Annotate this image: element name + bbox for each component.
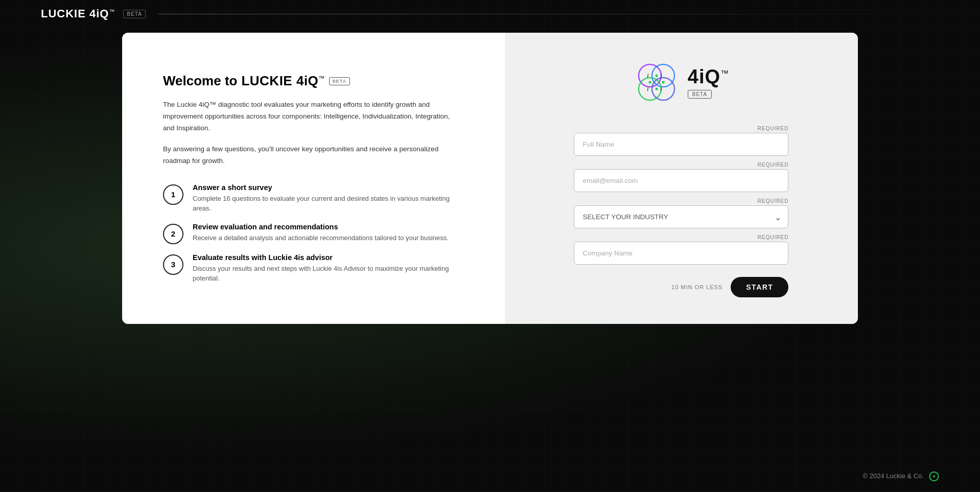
step-number: 3 [163,254,183,275]
footer-copyright: © 2024 Luckie & Co. [863,472,924,480]
svg-text:i: i [647,86,648,92]
intro-text-2: By answering a few questions, you'll unc… [163,144,459,167]
full-name-field-wrapper: REQUIRED [574,126,788,156]
step-title: Answer a short survey [193,183,458,192]
brand-circles-logo: i i i i [634,59,680,105]
svg-text:i: i [647,73,648,79]
time-estimate-label: 10 MIN OR LESS [671,284,722,290]
email-required-label: REQUIRED [574,162,788,168]
step-title: Evaluate results with Luckie 4is advisor [193,253,458,262]
svg-point-6 [662,81,664,84]
header-logo-text: LUCKIE 4iQ [41,7,109,20]
header-logo: LUCKIE 4iQ™ [41,7,115,20]
step-content: Evaluate results with Luckie 4is advisor… [193,253,458,284]
welcome-tm: ™ [318,75,325,82]
svg-point-4 [655,75,658,77]
industry-field-wrapper: REQUIRED SELECT YOUR INDUSTRY Technology… [574,198,788,228]
brand-4iq-text: 4iQ™ [688,66,729,88]
top-bar: LUCKIE 4iQ™ BETA [0,0,980,28]
step-item: 2 Review evaluation and recommendations … [163,223,474,244]
steps-list: 1 Answer a short survey Complete 16 ques… [163,183,474,284]
step-item: 1 Answer a short survey Complete 16 ques… [163,183,474,214]
step-description: Receive a detailed analysis and actionab… [193,233,449,243]
step-number: 1 [163,184,183,205]
industry-required-label: REQUIRED [574,198,788,204]
industry-select-wrapper: SELECT YOUR INDUSTRY Technology Healthca… [574,205,788,228]
welcome-logo: LUCKIE 4iQ™ [241,73,324,89]
step-item: 3 Evaluate results with Luckie 4is advis… [163,253,474,284]
company-required-label: REQUIRED [574,235,788,240]
svg-text:i: i [660,73,662,79]
brand-logo-section: i i i i 4iQ™ BETA [634,59,729,105]
header-tm: ™ [109,8,115,14]
right-panel: i i i i 4iQ™ BETA REQUIRED REQUIRED [505,33,858,324]
form-bottom-row: 10 MIN OR LESS START [574,277,788,297]
full-name-required-label: REQUIRED [574,126,788,131]
clover-icon: ⨀ [929,470,939,482]
welcome-title: Welcome to LUCKIE 4iQ™ BETA [163,73,474,89]
email-field-wrapper: REQUIRED [574,162,788,192]
step-description: Complete 16 questions to evaluate your c… [193,194,458,214]
company-name-field-wrapper: REQUIRED [574,235,788,265]
step-title: Review evaluation and recommendations [193,223,449,231]
intro-text-1: The Luckie 4iQ™ diagnostic tool evaluate… [163,99,459,134]
left-panel: Welcome to LUCKIE 4iQ™ BETA The Luckie 4… [122,33,505,324]
main-card: Welcome to LUCKIE 4iQ™ BETA The Luckie 4… [122,33,858,324]
svg-point-7 [655,88,658,90]
footer: © 2024 Luckie & Co. ⨀ [0,459,980,492]
company-name-input[interactable] [574,242,788,265]
svg-text:i: i [660,86,662,92]
step-number: 2 [163,224,183,244]
registration-form: REQUIRED REQUIRED REQUIRED SELECT YOUR I… [574,126,788,297]
welcome-prefix: Welcome to [163,73,237,89]
brand-text: 4iQ™ BETA [688,66,729,99]
top-bar-divider [158,14,939,14]
step-content: Review evaluation and recommendations Re… [193,223,449,243]
welcome-beta-badge: BETA [329,77,350,85]
step-content: Answer a short survey Complete 16 questi… [193,183,458,214]
industry-select[interactable]: SELECT YOUR INDUSTRY Technology Healthca… [574,205,788,228]
header-beta-badge: BETA [123,10,145,18]
step-description: Discuss your results and next steps with… [193,264,458,284]
brand-tm: ™ [720,69,729,78]
svg-point-5 [648,81,651,84]
start-button[interactable]: START [731,277,788,297]
full-name-input[interactable] [574,133,788,156]
email-input[interactable] [574,169,788,192]
brand-beta-badge: BETA [688,90,712,99]
